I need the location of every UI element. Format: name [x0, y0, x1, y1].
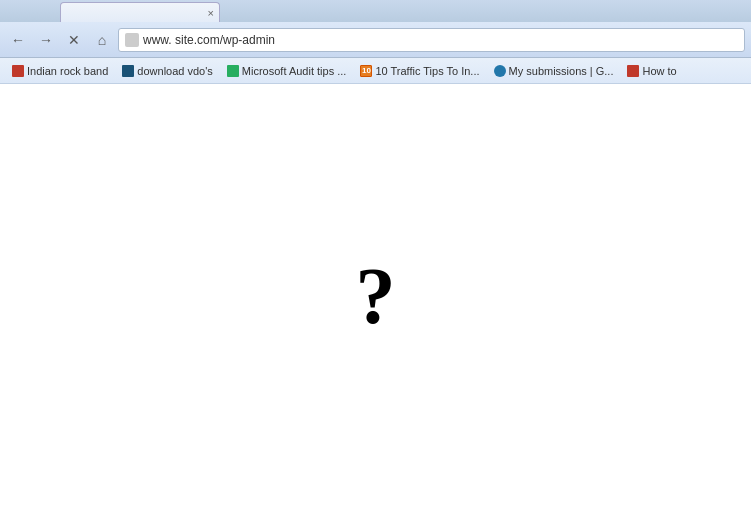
- bookmark-label-2: download vdo's: [137, 65, 213, 77]
- browser-frame: × ← → ✕ ⌂ www. site.com/wp-admin Indian …: [0, 0, 751, 507]
- bookmark-my-submissions[interactable]: My submissions | G...: [488, 61, 620, 81]
- bookmark-indian-rock-band[interactable]: Indian rock band: [6, 61, 114, 81]
- bookmark-how-to[interactable]: How to: [621, 61, 682, 81]
- close-button[interactable]: ✕: [62, 28, 86, 52]
- tab-close-button[interactable]: ×: [208, 7, 214, 19]
- bookmark-favicon-5: [494, 65, 506, 77]
- bookmark-favicon-6: [627, 65, 639, 77]
- bookmark-favicon-2: [122, 65, 134, 77]
- address-text: www. site.com/wp-admin: [143, 33, 275, 47]
- bookmarks-bar: Indian rock band download vdo's Microsof…: [0, 58, 751, 84]
- bookmark-label-5: My submissions | G...: [509, 65, 614, 77]
- page-content: ?: [0, 84, 751, 507]
- bookmark-favicon-1: [12, 65, 24, 77]
- question-mark: ?: [356, 256, 396, 336]
- bookmark-favicon-4: 10: [360, 65, 372, 77]
- tab-area: ×: [0, 0, 751, 22]
- bookmark-download-vdo[interactable]: download vdo's: [116, 61, 219, 81]
- home-button[interactable]: ⌂: [90, 28, 114, 52]
- address-favicon: [125, 33, 139, 47]
- bookmark-microsoft-audit[interactable]: Microsoft Audit tips ...: [221, 61, 353, 81]
- bookmark-label-4: 10 Traffic Tips To In...: [375, 65, 479, 77]
- address-bar[interactable]: www. site.com/wp-admin: [118, 28, 745, 52]
- bookmark-label-3: Microsoft Audit tips ...: [242, 65, 347, 77]
- back-button[interactable]: ←: [6, 28, 30, 52]
- bookmark-favicon-3: [227, 65, 239, 77]
- browser-tab[interactable]: ×: [60, 2, 220, 22]
- forward-button[interactable]: →: [34, 28, 58, 52]
- bookmark-traffic-tips[interactable]: 10 10 Traffic Tips To In...: [354, 61, 485, 81]
- bookmark-label-1: Indian rock band: [27, 65, 108, 77]
- nav-bar: ← → ✕ ⌂ www. site.com/wp-admin: [0, 22, 751, 58]
- bookmark-label-6: How to: [642, 65, 676, 77]
